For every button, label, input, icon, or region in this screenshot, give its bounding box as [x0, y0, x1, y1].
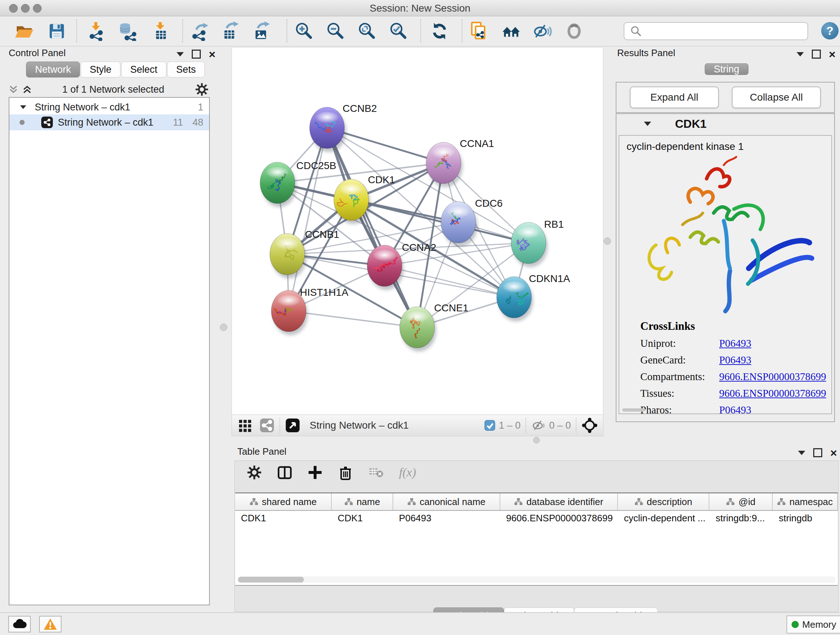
- collapse-all-button[interactable]: Collapse All: [732, 87, 821, 108]
- tab-select[interactable]: Select: [121, 62, 166, 78]
- refresh-view-button[interactable]: [429, 21, 450, 42]
- network-graph[interactable]: CCNB2CCNA1CDC25BCDK1CDC6RB1CCNB1CCNA2CDK…: [232, 48, 602, 414]
- export-image-button[interactable]: [251, 21, 272, 42]
- node-CDKN1A[interactable]: [497, 277, 533, 321]
- zoom-fit-button[interactable]: [357, 21, 378, 42]
- tab-sets[interactable]: Sets: [167, 62, 205, 78]
- results-panel-menu-icon[interactable]: [797, 52, 804, 57]
- collection-collapse-icon[interactable]: [20, 105, 27, 109]
- open-session-button[interactable]: [14, 21, 35, 42]
- import-database-button[interactable]: [117, 21, 138, 42]
- fit-content-crosshair-icon[interactable]: [581, 417, 598, 434]
- collapse-all-icon[interactable]: [9, 84, 18, 95]
- table-panel-menu-icon[interactable]: [798, 451, 805, 455]
- entry-header[interactable]: CDK1: [616, 114, 834, 134]
- left-splitter-handle[interactable]: [220, 324, 227, 331]
- table-options-gear-icon[interactable]: [246, 464, 262, 480]
- column-header-canonical-name[interactable]: canonical name: [393, 494, 500, 510]
- tab-network[interactable]: Network: [26, 62, 80, 78]
- results-scrollbar-thumb[interactable]: [622, 409, 645, 412]
- search-input[interactable]: [643, 24, 807, 39]
- help-button[interactable]: ?: [821, 22, 838, 40]
- table-hscrollbar-thumb[interactable]: [238, 577, 304, 583]
- control-panel-close-icon[interactable]: ×: [209, 51, 216, 58]
- network-row-selected[interactable]: String Network – cdk1 11 48: [9, 114, 209, 130]
- crosslink-value-link[interactable]: 9606.ENSP00000378699: [719, 387, 826, 399]
- column-header-shared-name[interactable]: shared name: [235, 494, 332, 510]
- node-CDC25B[interactable]: [260, 162, 297, 207]
- right-splitter-handle[interactable]: [604, 238, 611, 245]
- expand-all-icon[interactable]: [22, 84, 32, 95]
- crosslink-value-link[interactable]: P06493: [719, 404, 752, 414]
- tab-string[interactable]: String: [705, 62, 749, 77]
- node-CCNA2[interactable]: [367, 245, 404, 290]
- network-collection-row[interactable]: String Network – cdk1 1: [9, 98, 209, 114]
- import-network-button[interactable]: [87, 21, 108, 42]
- cloud-status-button[interactable]: [8, 616, 31, 632]
- network-share-toggle-icon[interactable]: [259, 418, 275, 433]
- home-networks-button[interactable]: [501, 21, 522, 42]
- node-CCNB2[interactable]: [309, 107, 346, 152]
- edge-HIST1H1A-CCNE1[interactable]: [289, 311, 417, 327]
- column-header--id[interactable]: @id: [709, 494, 773, 510]
- crosslink-value-link[interactable]: P06493: [719, 354, 752, 366]
- bottom-splitter-handle[interactable]: [533, 437, 540, 443]
- zoom-selected-button[interactable]: [388, 21, 409, 42]
- grid-view-icon[interactable]: [238, 418, 253, 433]
- show-columns-icon[interactable]: [277, 464, 293, 480]
- node-CDC6[interactable]: [441, 202, 477, 247]
- add-column-icon[interactable]: [307, 464, 323, 480]
- memory-button[interactable]: Memory: [786, 616, 840, 633]
- table-cell[interactable]: CDK1: [235, 511, 332, 525]
- show-graphics-details-button[interactable]: [564, 21, 584, 42]
- column-header-database-identifier[interactable]: database identifier: [500, 494, 618, 510]
- control-panel-float-icon[interactable]: [192, 50, 201, 59]
- network-view[interactable]: CCNB2CCNA1CDC25BCDK1CDC6RB1CCNB1CCNA2CDK…: [232, 47, 603, 436]
- column-header-description[interactable]: description: [618, 494, 709, 510]
- selected-checkbox-icon[interactable]: [485, 420, 495, 431]
- column-header-namespac[interactable]: namespac: [773, 494, 838, 510]
- entry-collapse-icon[interactable]: [644, 122, 651, 126]
- results-panel-close-icon[interactable]: ×: [829, 51, 836, 58]
- table-panel-float-icon[interactable]: [813, 448, 822, 457]
- node-CCNB1[interactable]: [270, 233, 306, 279]
- import-table-button[interactable]: [150, 21, 172, 42]
- column-header-name[interactable]: name: [332, 494, 393, 510]
- search-bar[interactable]: [624, 22, 808, 40]
- warnings-button[interactable]: [39, 616, 62, 632]
- control-panel-menu-icon[interactable]: [177, 52, 184, 57]
- delete-column-trash-icon[interactable]: [338, 464, 354, 480]
- table-cell[interactable]: cyclin-dependent ...: [618, 511, 710, 525]
- table-hscrollbar[interactable]: [237, 576, 836, 583]
- delete-table-icon-disabled[interactable]: [368, 465, 385, 480]
- table-cell[interactable]: CDK1: [332, 511, 393, 525]
- table-panel-close-icon[interactable]: ×: [830, 449, 837, 456]
- hidden-eye-slash-icon[interactable]: [531, 418, 546, 432]
- node-CCNE1[interactable]: [400, 307, 436, 352]
- table-cell[interactable]: stringdb: [773, 511, 838, 525]
- network-canvas[interactable]: CCNB2CCNA1CDC25BCDK1CDC6RB1CCNB1CCNA2CDK…: [232, 48, 603, 414]
- crosslink-value-link[interactable]: P06493: [719, 337, 752, 349]
- copy-documents-button[interactable]: [469, 21, 490, 42]
- function-builder-fx[interactable]: f(x): [399, 466, 416, 479]
- zoom-out-button[interactable]: [325, 21, 346, 42]
- expand-all-button[interactable]: Expand All: [630, 87, 719, 108]
- network-options-gear-icon[interactable]: [195, 82, 209, 97]
- hide-graphics-details-button[interactable]: [532, 21, 553, 42]
- results-panel-float-icon[interactable]: [812, 50, 821, 59]
- table-cell[interactable]: stringdb:9...: [710, 511, 773, 525]
- table-cell[interactable]: P06493: [393, 511, 500, 525]
- table-cell[interactable]: 9606.ENSP00000378699: [500, 511, 618, 525]
- node-CDK1[interactable]: [334, 179, 370, 224]
- export-table-button[interactable]: [220, 21, 241, 42]
- birdseye-view-icon[interactable]: [285, 418, 300, 433]
- crosslink-value-link[interactable]: 9606.ENSP00000378699: [719, 371, 826, 383]
- zoom-in-button[interactable]: [294, 21, 315, 42]
- edge-CCNB2-HIST1H1A[interactable]: [289, 128, 327, 311]
- save-session-button[interactable]: [46, 21, 67, 42]
- node-CCNA1[interactable]: [426, 142, 463, 187]
- export-network-button[interactable]: [189, 21, 210, 42]
- tab-style[interactable]: Style: [81, 62, 120, 78]
- table-row[interactable]: CDK1CDK1P064939606.ENSP00000378699cyclin…: [235, 511, 838, 525]
- node-RB1[interactable]: [511, 222, 548, 267]
